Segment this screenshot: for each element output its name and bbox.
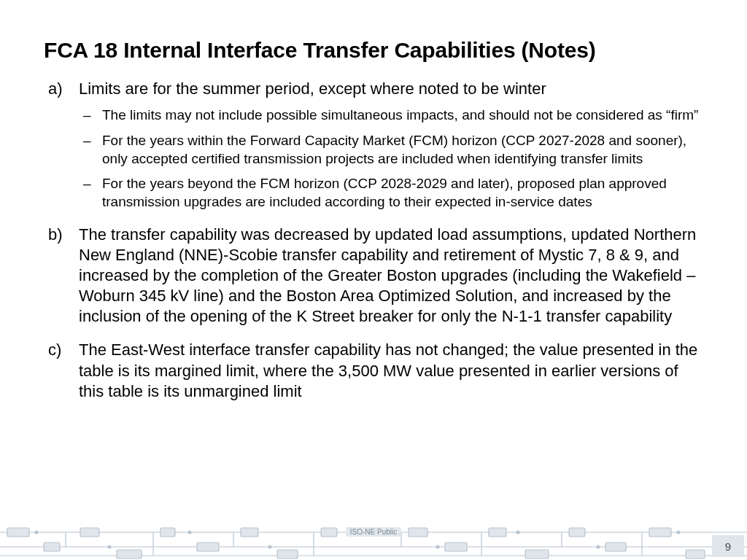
classification-label: ISO-NE Public [346,527,401,537]
svg-rect-11 [321,528,337,537]
sub-list-a: The limits may not include possible simu… [79,106,703,211]
note-text-a: Limits are for the summer period, except… [79,79,546,98]
note-item-b: b) The transfer capability was decreased… [44,225,703,327]
sub-item-a2: For the years within the Forward Capacit… [79,132,703,168]
note-item-c: c) The East-West interface transfer capa… [44,340,703,401]
note-item-a: a) Limits are for the summer period, exc… [44,79,703,211]
svg-point-22 [188,531,191,534]
note-text-c: The East-West interface transfer capabil… [79,341,697,400]
slide-title: FCA 18 Internal Interface Transfer Capab… [44,38,703,63]
sub-item-a3: For the years beyond the FCM horizon (CC… [79,175,703,211]
circuit-icon [0,518,747,560]
svg-rect-4 [44,542,60,551]
svg-point-27 [597,545,600,548]
svg-rect-19 [686,550,705,559]
svg-point-20 [35,531,38,534]
svg-point-25 [436,545,439,548]
svg-rect-16 [569,528,585,537]
svg-rect-9 [241,528,258,537]
sub-item-a1: The limits may not include possible simu… [79,106,703,125]
notes-list: a) Limits are for the summer period, exc… [44,79,703,402]
svg-rect-18 [649,528,671,537]
svg-rect-14 [489,528,506,537]
svg-rect-5 [80,528,99,537]
svg-point-21 [108,545,111,548]
marker-c: c) [48,340,61,360]
svg-rect-13 [445,542,467,551]
note-text-b: The transfer capability was decreased by… [79,225,696,326]
marker-b: b) [48,225,63,245]
svg-point-23 [268,545,271,548]
svg-point-26 [516,531,519,534]
svg-rect-3 [7,528,29,537]
svg-rect-17 [605,542,626,551]
footer-decoration: ISO-NE Public 9 [0,518,747,560]
page-number: 9 [712,535,744,557]
marker-a: a) [48,79,63,99]
svg-rect-8 [197,542,219,551]
svg-rect-15 [525,550,549,559]
svg-point-28 [677,531,680,534]
slide: FCA 18 Internal Interface Transfer Capab… [0,0,747,560]
svg-rect-10 [277,550,298,559]
svg-rect-7 [160,528,175,537]
svg-rect-6 [117,550,142,559]
svg-rect-12 [409,528,427,537]
